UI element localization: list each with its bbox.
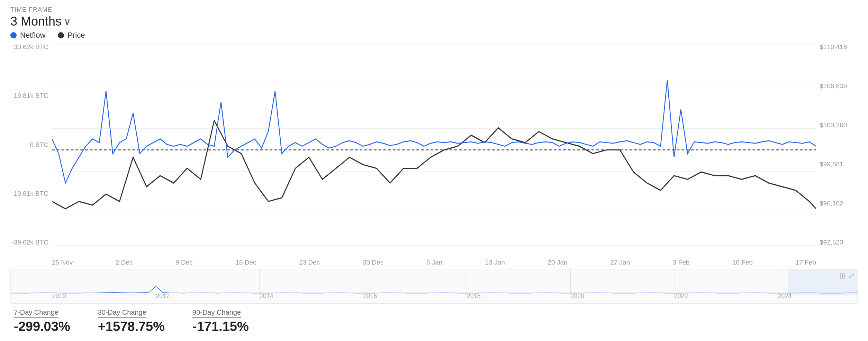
grid-icon[interactable]: ⊞: [839, 271, 846, 280]
x-label-11: 10 Feb: [732, 259, 753, 266]
svg-text:2018: 2018: [467, 293, 481, 299]
svg-text:2014: 2014: [260, 293, 273, 299]
x-label-8: 20 Jan: [548, 259, 568, 266]
stat-7day-value: -299.03%: [14, 319, 70, 334]
svg-rect-7: [11, 269, 857, 303]
chevron-down-icon: ∨: [64, 16, 71, 27]
netflow-dot: [10, 32, 17, 38]
svg-text:2020: 2020: [570, 293, 584, 299]
svg-text:2022: 2022: [674, 293, 688, 299]
stat-90day-label: 90-Day Change: [192, 308, 241, 318]
legend-price: Price: [58, 31, 85, 40]
stats-row: 7-Day Change -299.03% 30-Day Change +157…: [10, 308, 858, 334]
main-chart-svg: [52, 43, 816, 257]
x-label-5: 30 Dec: [363, 259, 383, 266]
y-axis-left: 39.62k BTC 19.81k BTC 0 BTC -19.81k BTC …: [10, 43, 52, 257]
main-container: TIME FRAME 3 Months ∨ Netflow Price 39.6…: [0, 0, 868, 341]
x-label-1: 2 Dec: [116, 259, 133, 266]
y-axis-right: $110,418 $106,839 $103,260 $99,681 $96,1…: [816, 43, 858, 257]
x-label-12: 17 Feb: [796, 259, 816, 266]
x-axis: 25 Nov 2 Dec 9 Dec 16 Dec 23 Dec 30 Dec …: [10, 257, 858, 266]
stat-30day-value: +1578.75%: [98, 319, 165, 334]
y-left-1: 19.81k BTC: [10, 92, 48, 100]
x-label-4: 23 Dec: [299, 259, 320, 266]
expand-icon[interactable]: ⤢: [848, 271, 855, 280]
y-right-3: $99,681: [820, 160, 858, 168]
stat-30day: 30-Day Change +1578.75%: [98, 308, 165, 334]
time-frame-selector[interactable]: 3 Months ∨: [10, 14, 858, 29]
time-frame-label: TIME FRAME: [10, 6, 858, 13]
stat-7day: 7-Day Change -299.03%: [14, 308, 70, 334]
header: TIME FRAME 3 Months ∨: [10, 6, 858, 29]
x-label-0: 25 Nov: [52, 259, 73, 266]
legend: Netflow Price: [10, 31, 858, 40]
chart-svg-container: [52, 43, 816, 257]
y-right-0: $110,418: [820, 43, 858, 51]
svg-text:2016: 2016: [363, 293, 377, 299]
chart-area: 39.62k BTC 19.81k BTC 0 BTC -19.81k BTC …: [10, 43, 858, 334]
netflow-label: Netflow: [20, 31, 45, 40]
overview-controls: ⊞ ⤢: [839, 271, 855, 280]
x-label-9: 27 Jan: [610, 259, 630, 266]
x-label-3: 16 Dec: [235, 259, 256, 266]
y-right-5: $92,523: [820, 239, 858, 246]
stat-90day-value: -171.15%: [192, 319, 249, 334]
svg-text:2010: 2010: [52, 293, 66, 299]
y-right-4: $96,102: [820, 200, 858, 207]
overview-svg: 2010 2012 2014 2016 2018 2020 2022 2024: [11, 269, 857, 303]
overview-chart: 2010 2012 2014 2016 2018 2020 2022 2024: [10, 269, 858, 304]
main-chart-wrapper: 39.62k BTC 19.81k BTC 0 BTC -19.81k BTC …: [10, 43, 858, 257]
y-left-3: -19.81k BTC: [10, 190, 48, 197]
y-right-1: $106,839: [820, 82, 858, 90]
stat-90day: 90-Day Change -171.15%: [192, 308, 249, 334]
price-label: Price: [67, 31, 85, 40]
y-right-2: $103,260: [820, 121, 858, 129]
legend-netflow: Netflow: [10, 31, 45, 40]
x-label-6: 6 Jan: [426, 259, 442, 266]
y-left-2: 0 BTC: [10, 141, 48, 149]
x-label-10: 3 Feb: [673, 259, 690, 266]
x-label-7: 13 Jan: [485, 259, 505, 266]
price-dot: [58, 32, 64, 38]
x-label-2: 9 Dec: [175, 259, 193, 266]
y-left-4: -39.62k BTC: [10, 239, 48, 246]
stat-30day-label: 30-Day Change: [98, 308, 146, 318]
stat-7day-label: 7-Day Change: [14, 308, 58, 318]
y-left-0: 39.62k BTC: [10, 43, 48, 51]
svg-text:2012: 2012: [156, 293, 170, 299]
time-frame-value: 3 Months: [10, 14, 62, 29]
